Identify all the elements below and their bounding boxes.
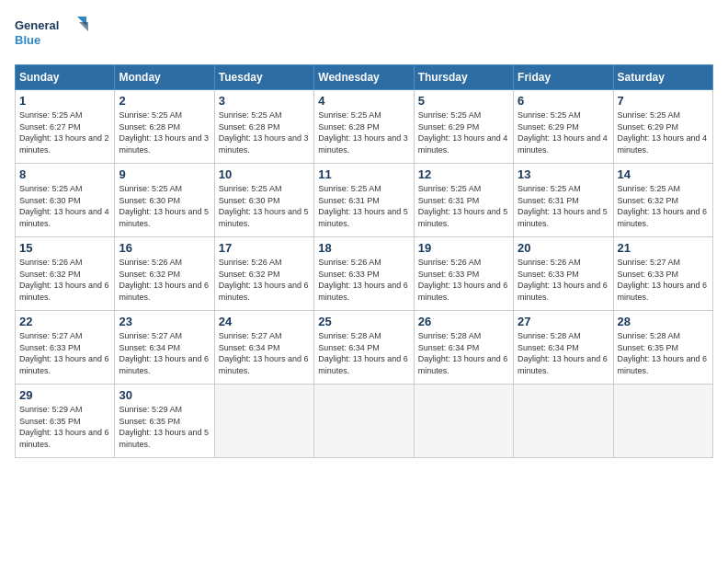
calendar-cell: 26 Sunrise: 5:28 AM Sunset: 6:34 PM Dayl… (414, 311, 513, 385)
day-info: Sunrise: 5:29 AM Sunset: 6:35 PM Dayligh… (19, 404, 110, 450)
calendar-cell: 15 Sunrise: 5:26 AM Sunset: 6:32 PM Dayl… (16, 237, 115, 311)
header: General Blue (15, 15, 713, 55)
day-number: 19 (418, 241, 509, 255)
calendar-cell: 12 Sunrise: 5:25 AM Sunset: 6:31 PM Dayl… (414, 164, 513, 237)
calendar-cell: 28 Sunrise: 5:28 AM Sunset: 6:35 PM Dayl… (613, 311, 712, 385)
day-number: 27 (518, 315, 609, 328)
day-number: 5 (418, 94, 509, 108)
day-info: Sunrise: 5:29 AM Sunset: 6:35 PM Dayligh… (119, 404, 210, 450)
day-number: 23 (119, 315, 210, 328)
day-number: 4 (318, 94, 409, 108)
day-number: 8 (19, 167, 110, 181)
day-number: 16 (119, 241, 210, 255)
calendar-cell: 21 Sunrise: 5:27 AM Sunset: 6:33 PM Dayl… (613, 237, 712, 311)
calendar-cell (414, 385, 513, 458)
day-number: 13 (518, 167, 609, 181)
day-number: 18 (318, 241, 409, 255)
calendar-cell: 16 Sunrise: 5:26 AM Sunset: 6:32 PM Dayl… (115, 237, 214, 311)
day-info: Sunrise: 5:26 AM Sunset: 6:32 PM Dayligh… (19, 257, 110, 303)
day-number: 24 (219, 315, 310, 328)
svg-marker-3 (79, 22, 88, 31)
day-number: 2 (119, 94, 210, 108)
calendar-cell: 17 Sunrise: 5:26 AM Sunset: 6:32 PM Dayl… (214, 237, 313, 311)
day-number: 3 (219, 94, 310, 108)
day-number: 10 (219, 167, 310, 181)
day-number: 12 (418, 167, 509, 181)
calendar-cell: 22 Sunrise: 5:27 AM Sunset: 6:33 PM Dayl… (16, 311, 115, 385)
day-info: Sunrise: 5:25 AM Sunset: 6:29 PM Dayligh… (618, 109, 709, 155)
calendar-table: SundayMondayTuesdayWednesdayThursdayFrid… (15, 64, 713, 458)
calendar-cell: 4 Sunrise: 5:25 AM Sunset: 6:28 PM Dayli… (314, 90, 414, 164)
day-info: Sunrise: 5:26 AM Sunset: 6:33 PM Dayligh… (318, 257, 409, 303)
day-number: 11 (318, 167, 409, 181)
day-info: Sunrise: 5:28 AM Sunset: 6:34 PM Dayligh… (518, 330, 609, 376)
calendar-cell: 14 Sunrise: 5:25 AM Sunset: 6:32 PM Dayl… (613, 164, 712, 237)
day-info: Sunrise: 5:25 AM Sunset: 6:30 PM Dayligh… (219, 183, 310, 229)
day-info: Sunrise: 5:27 AM Sunset: 6:33 PM Dayligh… (19, 330, 110, 376)
weekday-header-saturday: Saturday (613, 65, 712, 90)
day-number: 17 (219, 241, 310, 255)
calendar-cell (214, 385, 313, 458)
logo: General Blue (15, 15, 88, 55)
logo-svg: General Blue (15, 15, 88, 55)
day-info: Sunrise: 5:25 AM Sunset: 6:28 PM Dayligh… (119, 109, 210, 155)
day-info: Sunrise: 5:25 AM Sunset: 6:28 PM Dayligh… (219, 109, 310, 155)
weekday-header-friday: Friday (514, 65, 613, 90)
day-info: Sunrise: 5:25 AM Sunset: 6:29 PM Dayligh… (518, 109, 609, 155)
weekday-header-tuesday: Tuesday (214, 65, 313, 90)
day-number: 22 (19, 315, 110, 328)
calendar-cell: 18 Sunrise: 5:26 AM Sunset: 6:33 PM Dayl… (314, 237, 414, 311)
day-info: Sunrise: 5:25 AM Sunset: 6:28 PM Dayligh… (318, 109, 409, 155)
calendar-cell: 23 Sunrise: 5:27 AM Sunset: 6:34 PM Dayl… (115, 311, 214, 385)
day-info: Sunrise: 5:25 AM Sunset: 6:27 PM Dayligh… (19, 109, 110, 155)
day-info: Sunrise: 5:25 AM Sunset: 6:30 PM Dayligh… (19, 183, 110, 229)
day-number: 28 (618, 315, 709, 328)
calendar-cell: 6 Sunrise: 5:25 AM Sunset: 6:29 PM Dayli… (514, 90, 613, 164)
calendar-cell: 25 Sunrise: 5:28 AM Sunset: 6:34 PM Dayl… (314, 311, 414, 385)
calendar-cell: 19 Sunrise: 5:26 AM Sunset: 6:33 PM Dayl… (414, 237, 513, 311)
day-info: Sunrise: 5:25 AM Sunset: 6:32 PM Dayligh… (618, 183, 709, 229)
day-number: 9 (119, 167, 210, 181)
calendar-cell: 8 Sunrise: 5:25 AM Sunset: 6:30 PM Dayli… (16, 164, 115, 237)
day-info: Sunrise: 5:26 AM Sunset: 6:33 PM Dayligh… (418, 257, 509, 303)
day-number: 6 (518, 94, 609, 108)
calendar-cell: 13 Sunrise: 5:25 AM Sunset: 6:31 PM Dayl… (514, 164, 613, 237)
day-info: Sunrise: 5:27 AM Sunset: 6:34 PM Dayligh… (219, 330, 310, 376)
day-info: Sunrise: 5:26 AM Sunset: 6:32 PM Dayligh… (219, 257, 310, 303)
calendar-cell: 11 Sunrise: 5:25 AM Sunset: 6:31 PM Dayl… (314, 164, 414, 237)
calendar-cell: 1 Sunrise: 5:25 AM Sunset: 6:27 PM Dayli… (16, 90, 115, 164)
calendar-cell: 5 Sunrise: 5:25 AM Sunset: 6:29 PM Dayli… (414, 90, 513, 164)
day-number: 1 (19, 94, 110, 108)
day-number: 15 (19, 241, 110, 255)
calendar-cell: 20 Sunrise: 5:26 AM Sunset: 6:33 PM Dayl… (514, 237, 613, 311)
day-info: Sunrise: 5:25 AM Sunset: 6:31 PM Dayligh… (518, 183, 609, 229)
day-number: 26 (418, 315, 509, 328)
day-info: Sunrise: 5:28 AM Sunset: 6:35 PM Dayligh… (618, 330, 709, 376)
weekday-header-monday: Monday (115, 65, 214, 90)
calendar-cell: 30 Sunrise: 5:29 AM Sunset: 6:35 PM Dayl… (115, 385, 214, 458)
svg-text:Blue: Blue (15, 33, 40, 47)
day-info: Sunrise: 5:26 AM Sunset: 6:33 PM Dayligh… (518, 257, 609, 303)
calendar-cell (613, 385, 712, 458)
weekday-header-sunday: Sunday (16, 65, 115, 90)
day-number: 21 (618, 241, 709, 255)
day-number: 14 (618, 167, 709, 181)
day-info: Sunrise: 5:28 AM Sunset: 6:34 PM Dayligh… (418, 330, 509, 376)
calendar-cell: 7 Sunrise: 5:25 AM Sunset: 6:29 PM Dayli… (613, 90, 712, 164)
calendar-cell: 29 Sunrise: 5:29 AM Sunset: 6:35 PM Dayl… (16, 385, 115, 458)
calendar-cell: 27 Sunrise: 5:28 AM Sunset: 6:34 PM Dayl… (514, 311, 613, 385)
calendar-cell: 3 Sunrise: 5:25 AM Sunset: 6:28 PM Dayli… (214, 90, 313, 164)
day-number: 20 (518, 241, 609, 255)
day-info: Sunrise: 5:28 AM Sunset: 6:34 PM Dayligh… (318, 330, 409, 376)
weekday-header-thursday: Thursday (414, 65, 513, 90)
day-info: Sunrise: 5:25 AM Sunset: 6:31 PM Dayligh… (318, 183, 409, 229)
day-info: Sunrise: 5:25 AM Sunset: 6:31 PM Dayligh… (418, 183, 509, 229)
day-number: 30 (119, 388, 210, 402)
svg-text:General: General (15, 18, 59, 32)
day-info: Sunrise: 5:25 AM Sunset: 6:29 PM Dayligh… (418, 109, 509, 155)
day-info: Sunrise: 5:26 AM Sunset: 6:32 PM Dayligh… (119, 257, 210, 303)
weekday-header-wednesday: Wednesday (314, 65, 414, 90)
day-number: 29 (19, 388, 110, 402)
calendar-cell: 24 Sunrise: 5:27 AM Sunset: 6:34 PM Dayl… (214, 311, 313, 385)
calendar-cell: 2 Sunrise: 5:25 AM Sunset: 6:28 PM Dayli… (115, 90, 214, 164)
